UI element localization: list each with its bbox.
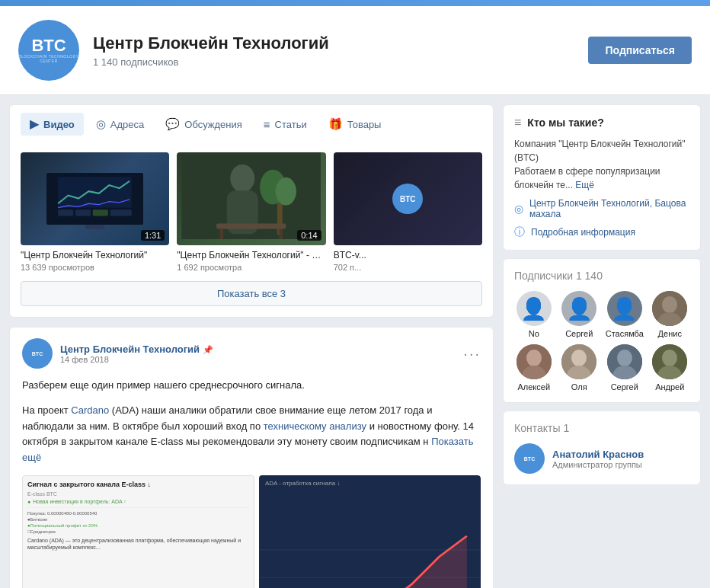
post-author-info: Центр Блокчейн Технологий 📌 14 фев 2018 (60, 343, 213, 364)
subscribers-grid: 👤 No 👤 Сергей 👤 Стасямба (514, 291, 689, 391)
tab-discussions-label: Обсуждения (184, 119, 242, 130)
videos-grid: 1:31 "Центр Блокчейн Технологий" 13 639 … (10, 143, 493, 281)
cardano-link[interactable]: Cardano (71, 404, 109, 416)
video-thumbnail-2: 0:14 (177, 152, 325, 245)
video-title-3: BTC-v... (334, 250, 482, 260)
video-item-1[interactable]: 1:31 "Центр Блокчейн Технологий" 13 639 … (21, 152, 169, 272)
discussion-tab-icon: 💬 (165, 117, 180, 131)
about-icon: ≡ (514, 116, 521, 129)
tab-goods-label: Товары (347, 119, 382, 130)
video-views-3: 702 п... (334, 263, 482, 272)
subscriber-alexei[interactable]: Алексей (514, 344, 554, 391)
svg-point-7 (231, 165, 255, 193)
about-header: ≡ Кто мы такие? (514, 116, 689, 129)
video-duration-1: 1:31 (141, 230, 165, 241)
tab-addresses[interactable]: ◎ Адреса (87, 113, 153, 136)
post-more-menu[interactable]: ··· (463, 345, 481, 363)
right-column: ≡ Кто мы такие? Компания "Центр Блокчейн… (503, 104, 701, 588)
technical-link[interactable]: техническому анализу (264, 420, 366, 432)
post-author-name[interactable]: Центр Блокчейн Технологий (60, 344, 200, 355)
about-address-row: ◎ Центр Блокчейн Технологий, Бацова маха… (514, 198, 689, 219)
signal-image-title: Сигнал с закрытого канала E-class ↓ (27, 481, 249, 488)
post-text-2: На проект Cardano (ADA) наши аналики обр… (22, 403, 481, 466)
svg-rect-12 (216, 224, 286, 229)
sub-name-no: No (529, 329, 539, 338)
contact-name[interactable]: Анатолий Краснов (552, 449, 644, 460)
sub-name-sergei-2: Сергей (611, 382, 638, 391)
sub-name-stasyamba: Стасямба (606, 329, 644, 338)
sub-name-alexei: Алексей (517, 382, 550, 391)
contact-avatar-anatoly: BTC (514, 443, 545, 474)
post-card: BTC Центр Блокчейн Технологий 📌 14 фев 2… (9, 327, 494, 588)
info-icon: ⓘ (514, 225, 525, 239)
tab-video[interactable]: ▶ Видео (21, 113, 84, 136)
subscriber-olya[interactable]: Оля (560, 344, 600, 391)
about-card: ≡ Кто мы такие? Компания "Центр Блокчейн… (503, 104, 701, 251)
post-pin-icon: 📌 (203, 345, 213, 354)
sub-name-olya: Оля (571, 382, 587, 391)
about-title: Кто мы такие? (527, 117, 603, 129)
about-info-row: ⓘ Подробная информация (514, 225, 689, 239)
subscriber-sergei-2[interactable]: Сергей (605, 344, 644, 391)
video-item-3[interactable]: BTC BTC-v... 702 п... (334, 152, 482, 272)
sub-name-andrey: Андрей (655, 382, 684, 391)
svg-point-11 (276, 177, 296, 206)
sub-avatar-alexei (517, 344, 552, 379)
post-author-avatar: BTC (22, 338, 53, 369)
subscriber-count: 1 140 подписчиков (93, 56, 588, 68)
subscribers-title: Подписчики 1 140 (514, 270, 689, 282)
video-thumbnail-3: BTC (334, 152, 482, 245)
location-icon: ◎ (514, 203, 523, 215)
logo-text: BTC (18, 37, 79, 54)
tab-articles[interactable]: ≡ Статьи (254, 113, 316, 136)
video-title-1: "Центр Блокчейн Технологий" (21, 250, 169, 260)
post-date: 14 фев 2018 (60, 355, 213, 364)
post-text-1: Разберем еще один пример нашего среднеср… (22, 378, 481, 394)
subscribers-card: Подписчики 1 140 👤 No 👤 Сергей (503, 258, 701, 403)
logo-subtext: BLOCKCHAIN TECHNOLOGY CENTER (18, 54, 79, 63)
video-item-2[interactable]: 0:14 "Центр Блокчейн Технологий" - на...… (177, 152, 325, 272)
video-duration-2: 0:14 (297, 230, 321, 241)
sub-avatar-sergei-1: 👤 (561, 291, 596, 326)
video-title-2: "Центр Блокчейн Технологий" - на... (177, 250, 325, 260)
subscriber-sergei-1[interactable]: 👤 Сергей (560, 291, 600, 338)
svg-point-27 (662, 296, 677, 313)
svg-rect-2 (58, 210, 73, 216)
tab-goods[interactable]: 🎁 Товары (319, 113, 391, 136)
video-views-2: 1 692 просмотра (177, 263, 325, 272)
subscribe-button[interactable]: Подписаться (588, 37, 692, 64)
subscriber-andrey[interactable]: Андрей (651, 344, 690, 391)
post-image-signal[interactable]: Сигнал с закрытого канала E-class ↓ E-cl… (22, 475, 254, 588)
svg-rect-3 (75, 210, 91, 216)
group-info: Центр Блокчейн Технологий 1 140 подписчи… (93, 34, 588, 68)
video-thumbnail-1: 1:31 (21, 152, 169, 245)
page-header: BTC BLOCKCHAIN TECHNOLOGY CENTER Центр Б… (0, 6, 710, 95)
about-more-link[interactable]: Ещё (575, 180, 594, 190)
contact-info-anatoly: Анатолий Краснов Администратор группы (552, 449, 644, 469)
subscriber-no[interactable]: 👤 No (514, 291, 554, 338)
sub-avatar-stasyamba: 👤 (607, 291, 642, 326)
show-all-button[interactable]: Показать все 3 (21, 281, 482, 306)
left-column: ▶ Видео ◎ Адреса 💬 Обсуждения ≡ Статьи 🎁 (9, 104, 494, 588)
svg-rect-4 (93, 210, 108, 216)
about-info-link[interactable]: Подробная информация (531, 227, 635, 238)
about-address[interactable]: Центр Блокчейн Технологий, Бацова махала (529, 198, 689, 219)
goods-tab-icon: 🎁 (328, 117, 343, 131)
post-header: BTC Центр Блокчейн Технологий 📌 14 фев 2… (22, 338, 481, 369)
subscriber-stasyamba[interactable]: 👤 Стасямба (605, 291, 644, 338)
top-bar (0, 0, 710, 6)
group-logo: BTC BLOCKCHAIN TECHNOLOGY CENTER (18, 20, 79, 81)
sub-avatar-denis (652, 291, 687, 326)
nav-tabs: ▶ Видео ◎ Адреса 💬 Обсуждения ≡ Статьи 🎁 (10, 105, 493, 143)
contact-item-anatoly[interactable]: BTC Анатолий Краснов Администратор групп… (514, 443, 689, 474)
tab-articles-label: Статьи (275, 119, 307, 130)
subscriber-denis[interactable]: Денис (651, 291, 690, 338)
post-image-chart[interactable]: ADA - отработка сигнала ↓ 1550% (259, 475, 481, 588)
post-images: Сигнал с закрытого канала E-class ↓ E-cl… (22, 475, 481, 588)
sub-avatar-no: 👤 (517, 291, 552, 326)
contact-role: Администратор группы (552, 460, 644, 469)
sub-avatar-andrey (652, 344, 687, 379)
video-tab-icon: ▶ (30, 117, 39, 131)
video-views-1: 13 639 просмотров (21, 263, 169, 272)
tab-discussions[interactable]: 💬 Обсуждения (156, 113, 251, 136)
